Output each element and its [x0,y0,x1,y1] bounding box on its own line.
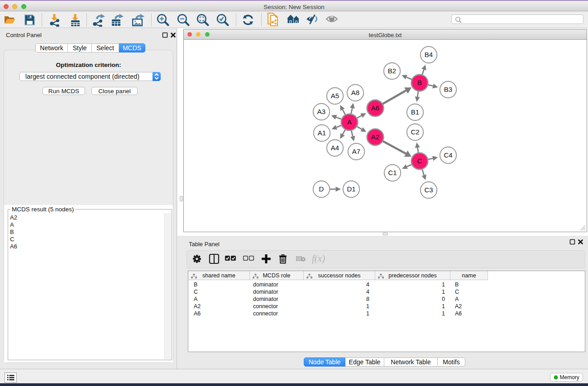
svg-text:A3: A3 [317,108,325,115]
svg-text:A1: A1 [318,129,326,137]
svg-text:B4: B4 [425,51,433,58]
svg-text:C1: C1 [388,169,397,176]
svg-text:A6: A6 [371,104,379,112]
svg-text:A8: A8 [351,89,359,96]
svg-text:A7: A7 [352,148,360,155]
svg-text:A: A [347,118,352,126]
svg-text:A2: A2 [371,133,379,141]
svg-text:C3: C3 [424,186,433,194]
svg-text:C4: C4 [444,151,452,159]
svg-text:B: B [417,79,422,86]
svg-text:A4: A4 [331,144,339,152]
svg-text:D1: D1 [347,185,355,193]
svg-text:C: C [417,157,422,165]
svg-text:D: D [319,185,324,193]
svg-text:B2: B2 [388,67,396,75]
svg-text:C2: C2 [411,128,419,136]
svg-text:A5: A5 [331,92,339,100]
svg-text:B3: B3 [444,86,452,93]
svg-text:B1: B1 [411,108,419,116]
